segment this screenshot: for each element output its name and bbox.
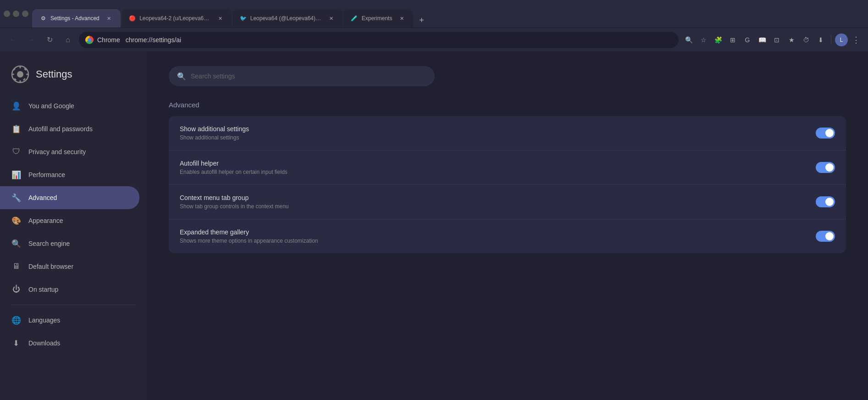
setting-desc-autofill-helper: Enables autofill helper on certain input… (180, 169, 805, 175)
close-button[interactable] (22, 11, 28, 17)
reading-list-btn[interactable]: 📖 (756, 33, 768, 46)
toggle-show-additional[interactable] (816, 128, 835, 139)
section-heading: Advanced (169, 101, 846, 109)
appearance-label: Appearance (28, 217, 63, 224)
settings-logo (11, 65, 29, 83)
search-icon-btn[interactable]: 🔍 (682, 33, 695, 46)
setting-row-show-additional: Show additional settings Show additional… (169, 116, 846, 150)
settings-header: Settings (0, 61, 147, 94)
toggle-knob-show-additional (825, 129, 834, 137)
home-icon: ⌂ (66, 36, 70, 44)
reload-button[interactable]: ↻ (42, 33, 57, 47)
home-button[interactable]: ⌂ (61, 33, 75, 47)
default-browser-icon: 🖥 (11, 261, 21, 272)
setting-info-theme-gallery: Expanded theme gallery Shows more theme … (180, 228, 816, 244)
search-bar-icon: 🔍 (177, 72, 186, 81)
sidebar: Settings 👤 You and Google 📋 Autofill and… (0, 51, 147, 400)
chrome-name: Chrome (97, 36, 120, 44)
languages-icon: 🌐 (11, 315, 21, 325)
extensions-btn[interactable]: 🧩 (712, 33, 724, 46)
back-icon: ← (9, 36, 17, 44)
sidebar-item-privacy[interactable]: 🛡 Privacy and security (0, 140, 139, 163)
search-engine-icon: 🔍 (11, 239, 21, 249)
history2-btn[interactable]: ⏱ (800, 33, 813, 46)
setting-info-show-additional: Show additional settings Show additional… (180, 125, 816, 141)
toggle-knob-context-menu (825, 198, 834, 206)
settings-favicon: ⚙ (39, 15, 47, 22)
more-icon: ⋮ (852, 35, 860, 45)
setting-row-autofill-helper: Autofill helper Enables autofill helper … (169, 150, 846, 185)
sidebar-item-autofill[interactable]: 📋 Autofill and passwords (0, 117, 139, 140)
you-google-icon: 👤 (11, 101, 21, 111)
history-btn[interactable]: ⊞ (726, 33, 739, 46)
privacy-label: Privacy and security (28, 148, 86, 156)
on-startup-icon: ⏻ (11, 284, 21, 294)
maximize-button[interactable] (13, 11, 19, 17)
toggle-theme-gallery[interactable] (816, 231, 835, 242)
tab-leopeva1[interactable]: 🔴 Leopeva64-2 (u/Leopeva64-2) ✕ (122, 9, 232, 28)
sidebar-nav: 👤 You and Google 📋 Autofill and password… (0, 94, 147, 355)
sidebar-item-advanced[interactable]: 🔧 Advanced (0, 186, 139, 209)
tab-experiments-close[interactable]: ✕ (398, 14, 406, 22)
svg-point-1 (17, 71, 23, 78)
address-url: chrome://settings/ai (126, 36, 672, 44)
address-bar[interactable]: Chrome chrome://settings/ai (79, 32, 679, 48)
tab-leopeva1-close[interactable]: ✕ (216, 14, 224, 22)
twitter-favicon: 🐦 (240, 15, 247, 22)
reload-icon: ↻ (47, 35, 53, 44)
performance-icon: 📊 (11, 170, 21, 180)
forward-button[interactable]: → (24, 33, 39, 47)
title-bar: ⚙ Settings - Advanced ✕ 🔴 Leopeva64-2 (u… (0, 0, 868, 28)
starred-btn[interactable]: ★ (785, 33, 798, 46)
sidebar-item-search-engine[interactable]: 🔍 Search engine (0, 232, 139, 255)
new-tab-button[interactable]: + (414, 13, 429, 28)
nav-divider (831, 35, 831, 44)
minimize-button[interactable] (4, 11, 10, 17)
nav-bar: ← → ↻ ⌂ Chrome chrome://settings/ai 🔍 ☆ … (0, 28, 868, 51)
tab-settings[interactable]: ⚙ Settings - Advanced ✕ (32, 9, 121, 28)
tab-twitter-close[interactable]: ✕ (328, 14, 335, 22)
setting-desc-show-additional: Show additional settings (180, 134, 805, 141)
sidebar-item-default-browser[interactable]: 🖥 Default browser (0, 255, 139, 278)
profile-button[interactable]: L (835, 33, 848, 46)
tab-twitter-title: Leopeva64 (@Leopeva64) / Tw... (250, 15, 322, 22)
setting-title-autofill-helper: Autofill helper (180, 160, 805, 167)
tab-twitter[interactable]: 🐦 Leopeva64 (@Leopeva64) / Tw... ✕ (232, 9, 343, 28)
settings-title: Settings (36, 68, 72, 80)
download2-btn[interactable]: ⬇ (814, 33, 827, 46)
svg-rect-2 (20, 66, 21, 68)
back-button[interactable]: ← (6, 33, 20, 47)
profile-initial: L (840, 37, 843, 43)
svg-rect-3 (20, 80, 21, 83)
sidebar-item-appearance[interactable]: 🎨 Appearance (0, 209, 139, 232)
privacy-icon: 🛡 (11, 147, 21, 157)
search-input[interactable] (191, 72, 426, 80)
svg-rect-5 (26, 74, 29, 75)
setting-title-theme-gallery: Expanded theme gallery (180, 228, 805, 236)
toggle-autofill-helper[interactable] (816, 162, 835, 173)
main-content: Settings 👤 You and Google 📋 Autofill and… (0, 51, 868, 400)
more-menu-button[interactable]: ⋮ (850, 33, 862, 46)
google-btn[interactable]: G (741, 33, 754, 46)
toggle-context-menu[interactable] (816, 196, 835, 207)
search-bar[interactable]: 🔍 (169, 66, 435, 86)
sidebar-item-performance[interactable]: 📊 Performance (0, 163, 139, 186)
bookmark-star-btn[interactable]: ☆ (697, 33, 710, 46)
on-startup-label: On startup (28, 286, 58, 293)
toggle-knob-theme-gallery (825, 232, 834, 240)
bookmarks-btn[interactable]: ⊡ (770, 33, 783, 46)
sidebar-item-languages[interactable]: 🌐 Languages (0, 309, 139, 332)
nav-icons: 🔍 ☆ 🧩 ⊞ G 📖 ⊡ ★ ⏱ ⬇ L ⋮ (682, 33, 862, 46)
sidebar-item-on-startup[interactable]: ⏻ On startup (0, 278, 139, 301)
chrome-logo (85, 36, 94, 44)
tab-settings-close[interactable]: ✕ (105, 14, 113, 22)
tab-experiments-title: Experiments (362, 15, 393, 22)
search-engine-label: Search engine (28, 240, 70, 247)
browser-window: ⚙ Settings - Advanced ✕ 🔴 Leopeva64-2 (u… (0, 0, 868, 400)
experiments-favicon: 🧪 (351, 15, 358, 22)
tab-settings-title: Settings - Advanced (50, 15, 100, 22)
default-browser-label: Default browser (28, 263, 73, 270)
tab-experiments[interactable]: 🧪 Experiments ✕ (343, 9, 414, 28)
sidebar-item-downloads[interactable]: ⬇ Downloads (0, 332, 139, 355)
sidebar-item-you-and-google[interactable]: 👤 You and Google (0, 94, 139, 117)
